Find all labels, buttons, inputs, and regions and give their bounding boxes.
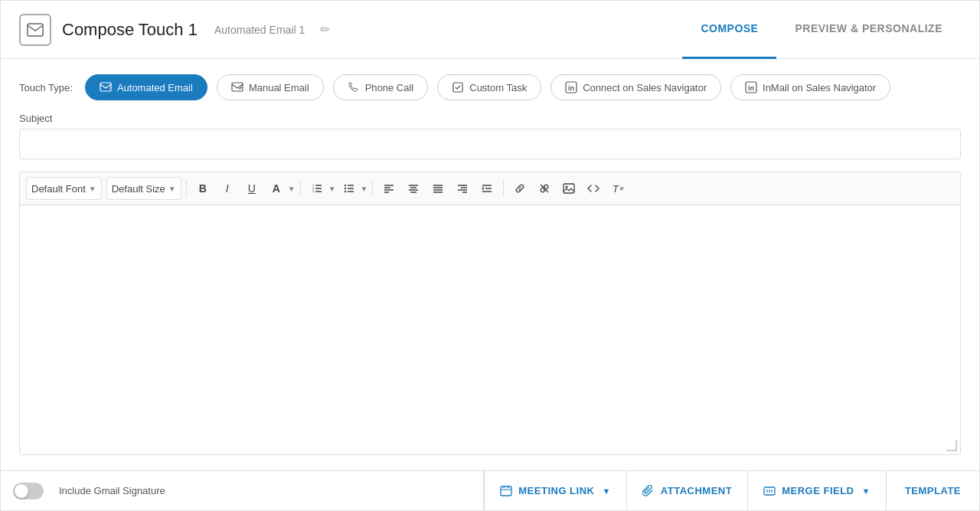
touch-btn-custom-task[interactable]: Custom Task	[437, 74, 541, 100]
font-color-chevron[interactable]: ▼	[288, 185, 296, 193]
font-color-button[interactable]: A	[265, 177, 288, 200]
subject-label: Subject	[19, 113, 961, 124]
gmail-signature-label: Include Gmail Signature	[59, 485, 165, 496]
align-center-button[interactable]	[402, 177, 425, 200]
template-label: TEMPLATE	[905, 485, 961, 496]
toolbar-divider-3	[372, 180, 373, 197]
custom-task-label: Custom Task	[469, 82, 527, 93]
footer-actions: MEETING LINK ▼ ATTACHMENT MERGE FIELD ▼ …	[483, 471, 979, 510]
merge-field-label: MERGE FIELD	[782, 485, 854, 496]
ordered-list-chevron[interactable]: ▼	[328, 185, 336, 193]
font-family-select[interactable]: Default Font ▼	[26, 177, 102, 200]
meeting-link-button[interactable]: MEETING LINK ▼	[484, 471, 626, 510]
svg-text:3: 3	[312, 189, 315, 193]
touch-btn-inmail-sales-navigator[interactable]: in InMail on Sales Navigator	[730, 74, 890, 100]
template-button[interactable]: TEMPLATE	[886, 471, 979, 510]
editor-container: Default Font ▼ Default Size ▼ B I U A ▼	[19, 172, 961, 455]
font-size-chevron: ▼	[168, 185, 176, 193]
insert-image-button[interactable]	[557, 177, 580, 200]
unlink-button[interactable]	[533, 177, 556, 200]
ordered-list-group: 123 ▼	[305, 177, 336, 200]
svg-rect-1	[100, 83, 111, 91]
header: Compose Touch 1 Automated Email 1 ✏ COMP…	[1, 1, 979, 59]
touch-type-row: Touch Type: Automated Email Manual Email	[19, 74, 961, 100]
phone-call-label: Phone Call	[365, 82, 414, 93]
gmail-signature-toggle[interactable]	[13, 483, 44, 500]
manual-email-label: Manual Email	[249, 82, 309, 93]
toolbar-divider-4	[503, 180, 504, 197]
unordered-list-chevron[interactable]: ▼	[361, 185, 368, 193]
touch-btn-connect-sales-navigator[interactable]: in Connect on Sales Navigator	[550, 74, 721, 100]
underline-button[interactable]: U	[240, 177, 263, 200]
header-tabs: COMPOSE PREVIEW & PERSONALIZE	[682, 1, 961, 59]
merge-field-caret: ▼	[862, 486, 871, 496]
touch-btn-manual-email[interactable]: Manual Email	[217, 74, 324, 100]
meeting-link-caret: ▼	[602, 486, 610, 496]
code-button[interactable]	[582, 177, 605, 200]
font-color-group: A ▼	[265, 177, 296, 200]
outdent-button[interactable]	[475, 177, 498, 200]
merge-field-button[interactable]: MERGE FIELD ▼	[747, 471, 886, 510]
touch-btn-automated-email[interactable]: Automated Email	[85, 74, 207, 100]
svg-point-18	[344, 188, 345, 189]
unordered-list-group: ▼	[338, 177, 368, 200]
align-right-button[interactable]	[451, 177, 474, 200]
svg-text:in: in	[568, 84, 574, 92]
subject-section: Subject	[19, 113, 961, 159]
svg-rect-0	[28, 24, 43, 36]
touch-btn-phone-call[interactable]: Phone Call	[333, 74, 429, 100]
toolbar-divider-1	[186, 180, 187, 197]
editor-body[interactable]	[20, 205, 960, 454]
font-family-chevron: ▼	[89, 185, 96, 193]
tab-compose[interactable]: COMPOSE	[682, 1, 776, 59]
align-left-button[interactable]	[377, 177, 400, 200]
toggle-track[interactable]	[13, 483, 44, 500]
content: Touch Type: Automated Email Manual Email	[1, 59, 979, 470]
editor-toolbar: Default Font ▼ Default Size ▼ B I U A ▼	[20, 172, 960, 205]
svg-point-41	[566, 186, 568, 188]
toggle-thumb	[15, 484, 28, 498]
svg-rect-40	[564, 184, 574, 193]
align-justify-button[interactable]	[426, 177, 449, 200]
svg-rect-42	[501, 486, 511, 496]
automated-email-label: Automated Email	[117, 82, 193, 93]
bold-button[interactable]: B	[191, 177, 214, 200]
attachment-button[interactable]: ATTACHMENT	[626, 471, 747, 510]
ordered-list-button[interactable]: 123	[305, 177, 328, 200]
page-title: Compose Touch 1	[62, 20, 198, 40]
edit-icon[interactable]: ✏	[320, 22, 330, 37]
unordered-list-button[interactable]	[338, 177, 361, 200]
inmail-sales-navigator-label: InMail on Sales Navigator	[763, 82, 876, 93]
font-size-select[interactable]: Default Size ▼	[106, 177, 181, 200]
header-left: Compose Touch 1 Automated Email 1 ✏	[19, 14, 330, 46]
attachment-label: ATTACHMENT	[661, 485, 732, 496]
insert-link-button[interactable]	[508, 177, 531, 200]
tab-preview-personalize[interactable]: PREVIEW & PERSONALIZE	[776, 1, 961, 59]
clear-format-button[interactable]: T✕	[606, 177, 629, 200]
footer: Include Gmail Signature MEETING LINK ▼ A…	[1, 470, 979, 510]
svg-point-17	[344, 185, 345, 186]
svg-text:in: in	[748, 84, 754, 92]
italic-button[interactable]: I	[216, 177, 239, 200]
touch-type-label: Touch Type:	[19, 82, 73, 93]
svg-point-19	[344, 191, 345, 192]
subject-input[interactable]	[19, 129, 961, 159]
page-subtitle: Automated Email 1	[214, 24, 305, 36]
svg-rect-3	[453, 83, 462, 92]
meeting-link-label: MEETING LINK	[518, 485, 594, 496]
connect-sales-navigator-label: Connect on Sales Navigator	[583, 82, 707, 93]
email-icon	[19, 14, 51, 46]
toolbar-divider-2	[300, 180, 301, 197]
footer-left: Include Gmail Signature	[1, 483, 483, 500]
